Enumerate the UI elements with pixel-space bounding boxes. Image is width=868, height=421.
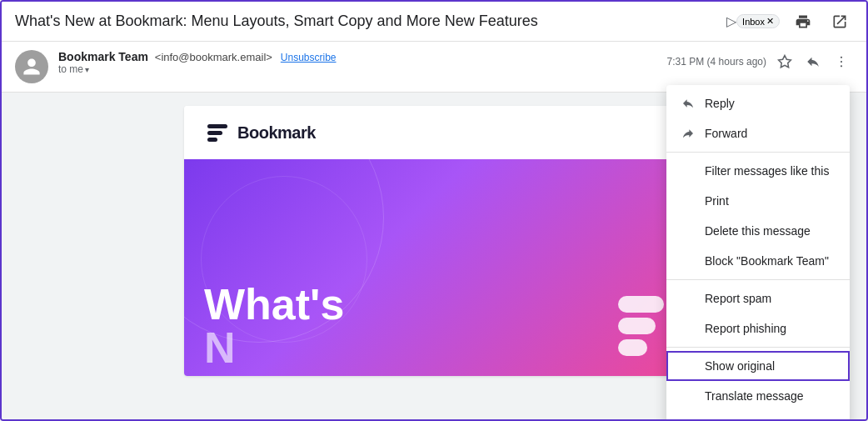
sender-right: 7:31 PM (4 hours ago) [667, 50, 853, 73]
svg-rect-6 [207, 138, 217, 142]
email-container: What's New at Bookmark: Menu Layouts, Sm… [0, 0, 868, 421]
menu-item-show-original[interactable]: Show original [666, 351, 850, 381]
banner-n-text: N [204, 326, 344, 369]
chevron-down-icon: ▾ [85, 65, 89, 74]
report-spam-icon [680, 290, 696, 307]
inbox-label-close-icon[interactable]: ✕ [766, 16, 774, 27]
forward-menu-icon [680, 125, 696, 142]
email-card: Bookmark [184, 106, 684, 376]
menu-item-filter-label: Filter messages like this [705, 164, 836, 178]
menu-item-report-phishing[interactable]: Report phishing [666, 313, 850, 343]
print-menu-icon [680, 193, 696, 209]
menu-item-show-original-label: Show original [705, 359, 836, 373]
filter-menu-icon [680, 163, 696, 179]
menu-item-forward[interactable]: Forward [666, 118, 850, 148]
reply-menu-icon [680, 95, 696, 112]
more-options-button[interactable] [830, 50, 853, 73]
menu-divider-3 [666, 347, 850, 348]
menu-item-reply[interactable]: Reply [666, 88, 850, 118]
menu-item-block[interactable]: Block "Bookmark Team" [666, 246, 850, 276]
svg-marker-0 [779, 56, 791, 68]
sender-action-icons [773, 50, 853, 73]
block-menu-icon [680, 253, 696, 269]
reply-button[interactable] [801, 50, 825, 73]
sender-name: Bookmark Team [58, 50, 148, 63]
email-subject: What's New at Bookmark: Menu Layouts, Sm… [15, 13, 720, 30]
menu-item-report-spam[interactable]: Report spam [666, 283, 850, 313]
menu-divider-1 [666, 152, 850, 153]
menu-item-reply-label: Reply [705, 97, 836, 110]
banner-whats-text: What's [204, 283, 344, 326]
open-external-button[interactable] [826, 8, 853, 35]
menu-item-delete[interactable]: Delete this message [666, 216, 850, 246]
menu-item-download[interactable]: Download message [666, 411, 850, 421]
star-button[interactable] [773, 50, 796, 73]
menu-item-print[interactable]: Print [666, 186, 850, 216]
menu-item-report-spam-label: Report spam [705, 292, 836, 305]
menu-item-forward-label: Forward [705, 127, 836, 140]
menu-item-translate[interactable]: Translate message [666, 381, 850, 411]
bookmark-logo-icon [204, 119, 231, 146]
inbox-label-text: Inbox [742, 17, 765, 27]
show-original-icon [680, 358, 696, 374]
unsubscribe-link[interactable]: Unsubscribe [281, 50, 337, 63]
translate-menu-icon [680, 388, 696, 404]
svg-point-2 [841, 61, 842, 63]
svg-point-3 [841, 65, 842, 67]
svg-point-1 [841, 57, 842, 58]
print-button[interactable] [790, 8, 816, 35]
menu-item-translate-label: Translate message [705, 389, 836, 403]
menu-divider-2 [666, 279, 850, 280]
menu-item-report-phishing-label: Report phishing [705, 322, 836, 335]
menu-item-block-label: Block "Bookmark Team" [705, 254, 836, 268]
delete-menu-icon [680, 223, 696, 239]
bookmark-logo-text: Bookmark [237, 123, 316, 143]
email-time: 7:31 PM (4 hours ago) [667, 56, 766, 68]
wave-3 [618, 339, 647, 356]
menu-item-filter[interactable]: Filter messages like this [666, 156, 850, 186]
report-phishing-icon [680, 320, 696, 337]
svg-rect-5 [207, 131, 222, 135]
sender-name-line: Bookmark Team <info@bookmark.email> Unsu… [58, 50, 667, 63]
dropdown-menu: Reply Forward Filter messages like this … [666, 85, 850, 421]
sender-info: Bookmark Team <info@bookmark.email> Unsu… [58, 50, 667, 75]
avatar [15, 50, 48, 83]
wave-2 [618, 318, 656, 334]
svg-rect-4 [207, 124, 227, 128]
menu-item-delete-label: Delete this message [705, 224, 836, 238]
top-right-icons [790, 8, 853, 35]
inbox-label[interactable]: Inbox ✕ [736, 14, 780, 28]
banner-text-overlay: What's N [204, 283, 344, 376]
menu-item-print-label: Print [705, 194, 836, 208]
email-banner: What's N [184, 159, 684, 376]
label-arrow-icon: ▷ [726, 13, 736, 29]
to-me[interactable]: to me ▾ [58, 63, 667, 75]
sender-email: <info@bookmark.email> [155, 51, 272, 63]
wave-1 [618, 296, 664, 313]
bookmark-logo-bar: Bookmark [184, 106, 684, 159]
email-header-bar: What's New at Bookmark: Menu Layouts, Sm… [2, 2, 866, 42]
